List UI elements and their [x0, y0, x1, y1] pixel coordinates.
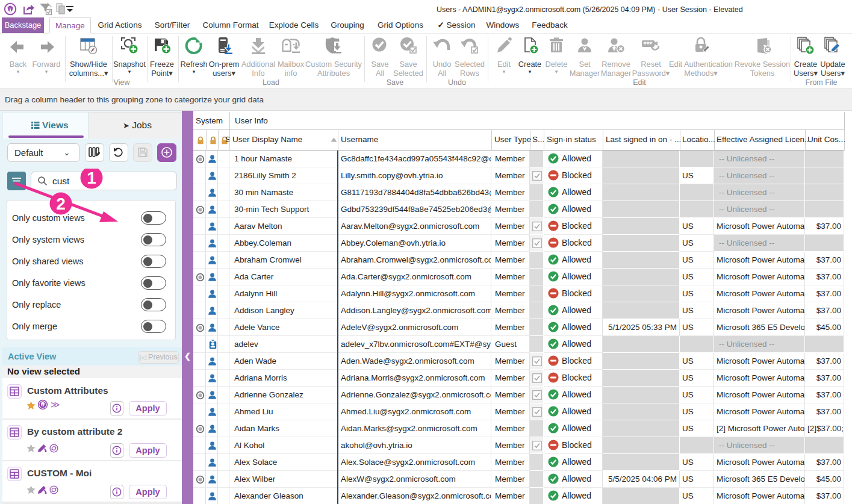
svg-text:2: 2 — [56, 194, 66, 213]
svg-text:1: 1 — [87, 169, 96, 187]
